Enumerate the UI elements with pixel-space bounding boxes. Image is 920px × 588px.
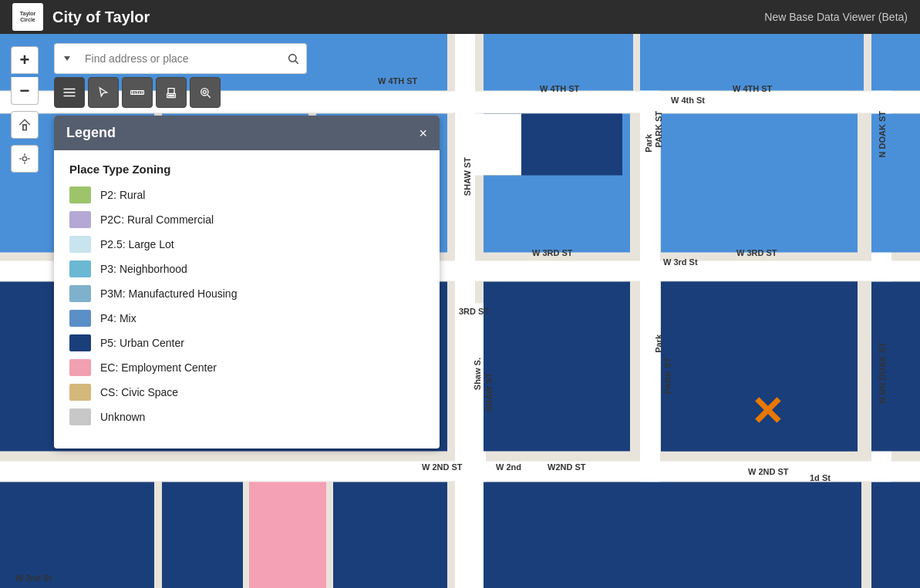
app-subtitle: New Base Data Viewer (Beta) — [764, 11, 908, 23]
legend-swatch — [69, 384, 91, 401]
svg-rect-51 — [169, 95, 174, 96]
app-title: City of Taylor — [52, 8, 764, 26]
locate-button[interactable] — [11, 145, 39, 173]
app-logo: TaylorCircle — [12, 3, 43, 31]
select-button[interactable] — [88, 77, 119, 108]
legend-body: Place Type Zoning P2: RuralP2C: Rural Co… — [54, 150, 440, 449]
svg-point-54 — [203, 90, 206, 93]
legend-item: P3: Neighborhood — [69, 260, 424, 277]
legend-swatch — [69, 285, 91, 302]
print-button[interactable] — [156, 77, 187, 108]
legend-item-label: P3: Neighborhood — [100, 263, 187, 275]
search-button[interactable] — [279, 43, 307, 74]
svg-rect-26 — [0, 482, 154, 589]
legend-item-label: Unknown — [100, 411, 145, 423]
search-row — [54, 43, 307, 74]
legend-item: CS: Civic Space — [69, 384, 424, 401]
search-area-button[interactable] — [190, 77, 221, 108]
svg-point-39 — [288, 55, 295, 62]
svg-rect-23 — [871, 282, 920, 452]
svg-rect-28 — [249, 482, 326, 589]
legend-header: Legend × — [54, 116, 440, 150]
svg-rect-21 — [484, 282, 630, 452]
legend-item-label: P2.5: Large Lot — [100, 238, 174, 250]
legend-swatch — [69, 334, 91, 351]
left-toolbar: + − — [11, 46, 39, 173]
svg-point-52 — [201, 89, 208, 96]
legend-swatch — [69, 359, 91, 376]
legend-item: Unknown — [69, 408, 424, 425]
legend-item-label: P5: Urban Center — [100, 337, 184, 349]
svg-rect-9 — [484, 34, 633, 91]
legend-item: P2.5: Large Lot — [69, 236, 424, 253]
svg-rect-29 — [333, 482, 447, 589]
legend-item: P4: Mix — [69, 310, 424, 327]
svg-rect-32 — [23, 125, 27, 130]
legend-item: P2C: Rural Commercial — [69, 211, 424, 228]
legend-items-container: P2: RuralP2C: Rural CommercialP2.5: Larg… — [69, 186, 424, 425]
legend-item: P2: Rural — [69, 186, 424, 203]
legend-swatch — [69, 310, 91, 327]
legend-swatch — [69, 236, 91, 253]
svg-rect-30 — [484, 482, 861, 589]
legend-item-label: CS: Civic Space — [100, 386, 178, 398]
svg-marker-38 — [64, 56, 70, 61]
search-input[interactable] — [79, 43, 279, 74]
legend-section-title: Place Type Zoning — [69, 163, 424, 176]
svg-rect-24 — [661, 282, 858, 359]
measure-button[interactable] — [122, 77, 153, 108]
svg-rect-7 — [469, 304, 486, 589]
svg-rect-10 — [640, 34, 864, 91]
legend-item: P5: Urban Center — [69, 334, 424, 351]
legend-item: EC: Employment Center — [69, 359, 424, 376]
svg-point-33 — [22, 156, 26, 160]
search-dropdown-button[interactable] — [54, 43, 79, 74]
zoom-out-button[interactable]: − — [11, 77, 39, 105]
layers-button[interactable] — [54, 77, 85, 108]
legend-swatch — [69, 408, 91, 425]
zoom-in-button[interactable]: + — [11, 46, 39, 74]
svg-rect-11 — [871, 34, 920, 91]
svg-rect-19 — [475, 114, 521, 176]
legend-panel: Legend × Place Type Zoning P2: RuralP2C:… — [54, 116, 440, 449]
legend-swatch — [69, 211, 91, 228]
legend-close-button[interactable]: × — [419, 126, 427, 140]
svg-rect-31 — [871, 482, 920, 589]
svg-line-53 — [207, 95, 211, 98]
legend-item-label: P4: Mix — [100, 312, 136, 324]
home-button[interactable] — [11, 111, 39, 139]
legend-item-label: P2C: Rural Commercial — [100, 213, 214, 226]
tool-row — [54, 77, 221, 108]
svg-rect-18 — [871, 114, 920, 253]
legend-item-label: EC: Employment Center — [100, 361, 217, 374]
legend-item-label: P2: Rural — [100, 189, 145, 201]
svg-rect-27 — [162, 482, 243, 589]
app-header: TaylorCircle City of Taylor New Base Dat… — [0, 0, 920, 34]
svg-rect-25 — [661, 367, 858, 452]
legend-item: P3M: Manufactured Housing — [69, 285, 424, 302]
legend-swatch — [69, 260, 91, 277]
svg-line-40 — [295, 61, 298, 64]
legend-item-label: P3M: Manufactured Housing — [100, 287, 237, 300]
legend-swatch — [69, 186, 91, 203]
legend-title: Legend — [66, 125, 116, 141]
svg-rect-17 — [661, 114, 858, 253]
